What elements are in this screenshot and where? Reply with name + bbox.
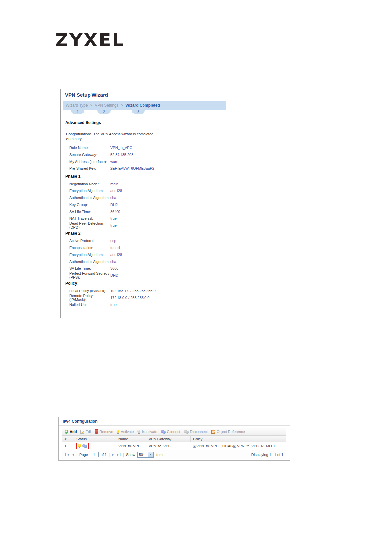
zyxel-logo: ZYXEL [55, 30, 125, 50]
congratulations-text: Congratulations. The VPN Access wizard i… [66, 132, 229, 141]
field-label: Encryption Algorithm: [69, 189, 110, 193]
table-row[interactable]: 1 VPN_to_VPC VPN_to_VPC VPN_to_VPC_LOCAL… [62, 442, 286, 450]
row-number: 1 [62, 444, 74, 448]
ipv4-configuration-title: IPv4 Configuration [59, 417, 290, 426]
field-value: aes128 [110, 253, 122, 257]
phase1-heading: Phase 1 [61, 172, 229, 180]
row-status-cell [74, 443, 116, 449]
column-header-policy[interactable]: Policy [191, 436, 286, 442]
field-label: Authentication Algorithm: [69, 260, 110, 264]
lightbulb-off-icon [137, 430, 140, 434]
remove-button[interactable]: Remove [95, 430, 113, 434]
object-reference-icon [211, 430, 215, 434]
field-value: DH2 [110, 203, 118, 207]
field-label: NAT Traversal: [69, 216, 110, 220]
breadcrumb-wizard-type[interactable]: Wizard Type [66, 103, 88, 108]
phase2-row-pfs: Perfect Forward Secrecy (PFS): DH2 [61, 272, 229, 279]
policy-row-nailed-up: Nailed-Up: true [61, 301, 229, 308]
add-button-label: Add [70, 430, 77, 434]
field-label: Perfect Forward Secrecy (PFS): [69, 271, 110, 279]
disconnect-button[interactable]: Disconnect [184, 430, 208, 434]
summary-row-secure-gateway: Secure Gateway: 52.39.135.203 [61, 151, 229, 158]
field-value: true [110, 223, 117, 227]
summary-label: Summary [66, 137, 229, 141]
step-3-bubble: 3 [132, 110, 145, 114]
phase2-row-encapsulation: Encapsulation: tunnel [61, 244, 229, 251]
wizard-title: VPN Setup Wizard [61, 89, 229, 100]
field-value: 86400 [110, 210, 120, 214]
policy-heading: Policy [61, 279, 229, 287]
field-label: Remote Policy (IP/Mask): [69, 294, 110, 302]
field-value: DH2 [110, 273, 118, 277]
column-header-status[interactable]: Status [74, 436, 116, 442]
column-header-name[interactable]: Name [116, 436, 146, 442]
field-label: Secure Gateway: [69, 153, 110, 157]
page-number-input[interactable]: 1 [90, 452, 99, 457]
inactivate-button-label: Inactivate [142, 430, 157, 434]
field-value: 172.18.0.0 / 255.255.0.0 [110, 296, 149, 300]
field-label: Encryption Algorithm: [69, 253, 110, 257]
row-policy-cell: VPN_to_VPC_LOCAL/ VPN_to_VPC_REMOTE [191, 444, 286, 448]
inactivate-button[interactable]: Inactivate [137, 430, 157, 434]
phase2-row-authentication: Authentication Algorithm: sha [61, 258, 229, 265]
field-value: true [110, 216, 117, 220]
breadcrumb-separator: > [119, 103, 124, 108]
summary-row-rule-name: Rule Name: VPN_to_VPC [61, 144, 229, 151]
field-label: Rule Name: [69, 146, 110, 150]
breadcrumb: Wizard Type > VPN Settings > Wizard Comp… [63, 101, 226, 110]
table-header-row: # Status Name VPN Gateway Policy [62, 436, 286, 442]
pager-divider: | [109, 453, 110, 457]
summary-row-pre-shared-key: Pre-Shared Key: 2EHrEA5WT6QFMEBaaP2 [61, 165, 229, 172]
previous-page-icon[interactable]: ◄ [71, 453, 74, 456]
items-per-page-dropdown[interactable]: 50 ▼ [137, 452, 154, 458]
breadcrumb-wizard-completed: Wizard Completed [125, 103, 160, 108]
field-label: Authentication Algorithm: [69, 196, 110, 200]
field-label: SA Life Time: [69, 266, 110, 270]
items-per-page-value: 50 [138, 452, 148, 457]
edit-button[interactable]: Edit [80, 430, 91, 434]
first-page-icon[interactable]: ┃◄ [65, 453, 69, 456]
field-label: Local Policy (IP/Mask): [69, 289, 110, 293]
policy-local-object[interactable]: VPN_to_VPC_LOCAL/ [193, 444, 233, 448]
phase2-heading: Phase 2 [61, 229, 229, 237]
column-header-vpn-gateway[interactable]: VPN Gateway [146, 436, 191, 442]
phase1-row-negotiation-mode: Negotiation Mode: main [61, 180, 229, 187]
field-value: true [110, 303, 117, 307]
edit-icon [80, 430, 84, 434]
field-value: main [110, 182, 118, 186]
field-value: 192.168.1.0 / 255.255.255.0 [110, 289, 156, 293]
field-label: Encapsulation: [69, 246, 110, 250]
field-value: sha [110, 196, 116, 200]
lightbulb-on-icon [117, 430, 119, 434]
policy-remote-object[interactable]: VPN_to_VPC_REMOTE [233, 444, 276, 448]
object-reference-button[interactable]: Object Reference [211, 430, 245, 434]
field-label: Key Group: [69, 203, 110, 207]
connect-icon [161, 430, 166, 434]
phase2-row-encryption: Encryption Algorithm: aes128 [61, 251, 229, 258]
add-icon [65, 430, 68, 434]
breadcrumb-vpn-settings[interactable]: VPN Settings [95, 103, 118, 108]
page-of-label: of 1 [101, 453, 107, 457]
connect-button[interactable]: Connect [161, 430, 180, 434]
field-value: sha [110, 260, 116, 264]
row-name: VPN_to_VPC [116, 444, 146, 448]
column-header-number[interactable]: # [62, 436, 74, 442]
field-label: Nailed-Up: [69, 303, 110, 307]
add-button[interactable]: Add [65, 430, 77, 434]
items-label: items [156, 453, 164, 457]
vpn-setup-wizard-panel: VPN Setup Wizard Wizard Type > VPN Setti… [60, 89, 229, 318]
policy-row-local: Local Policy (IP/Mask): 192.168.1.0 / 25… [61, 287, 229, 294]
field-value: 52.39.135.203 [110, 153, 133, 157]
field-value: 2EHrEA5WT6QFMEBaaP2 [110, 166, 154, 170]
remove-button-label: Remove [99, 430, 113, 434]
pagination-bar: ┃◄ ◄ | Page 1 of 1 | ► ►┃ | Show 50 ▼ it… [62, 450, 286, 459]
object-reference-button-label: Object Reference [217, 430, 245, 434]
policy-row-remote: Remote Policy (IP/Mask): 172.18.0.0 / 25… [61, 294, 229, 301]
chevron-down-icon: ▼ [148, 452, 153, 457]
status-active-icon [78, 444, 81, 448]
activate-button[interactable]: Activate [117, 430, 134, 434]
field-label: Dead Peer Detection (DPD): [69, 221, 110, 229]
congratulations-line: Congratulations. The VPN Access wizard i… [66, 132, 229, 137]
next-page-icon[interactable]: ► [112, 453, 115, 456]
last-page-icon[interactable]: ►┃ [117, 453, 121, 456]
